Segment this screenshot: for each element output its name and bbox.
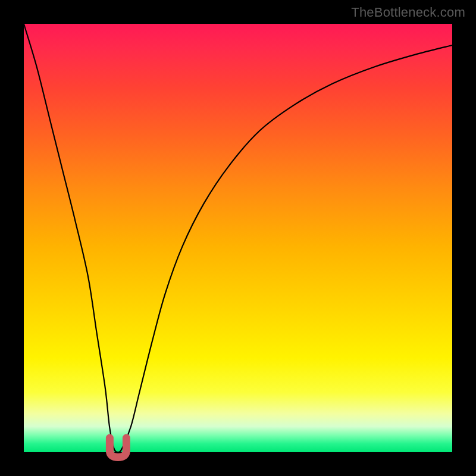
minimum-marker (109, 438, 126, 457)
curve-svg (24, 24, 452, 452)
bottleneck-curve (24, 24, 452, 452)
watermark[interactable]: TheBottleneck.com (351, 5, 465, 20)
chart-frame: TheBottleneck.com (0, 0, 476, 476)
plot-area (24, 24, 452, 452)
watermark-link[interactable]: TheBottleneck.com (351, 5, 465, 20)
